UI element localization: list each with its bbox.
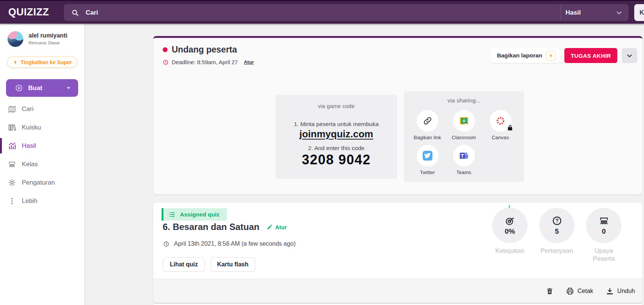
deadline-text: Deadline: 8:59am, April 27 <box>172 59 238 65</box>
quiz-buttons: Lihat quiz Kartu flash <box>163 257 255 272</box>
quiz-edit-link[interactable]: Atur <box>267 224 287 230</box>
share-teams-circle <box>453 145 475 167</box>
download-label: Unduh <box>617 288 635 294</box>
checklist-icon <box>169 211 175 218</box>
sidebar-item-lebih[interactable]: Lebih <box>0 192 84 210</box>
topbar-partial-button[interactable]: K <box>634 4 644 21</box>
stat-label: Pertanyaan <box>541 247 573 255</box>
gear-icon <box>8 179 16 187</box>
sidebar-item-hasil[interactable]: Hasil <box>0 137 84 155</box>
join-link: joinmyquiz.com <box>299 128 373 140</box>
clock-icon <box>163 241 169 247</box>
sidebar-item-pengaturan[interactable]: Pengaturan <box>0 173 84 192</box>
invite-participants-card: Undang peserta Deadline: 8:59am, April 2… <box>153 36 642 194</box>
share-report-label: Bagikan laporan <box>497 52 542 59</box>
quiz-title-row: 6. Besaran dan Satuan Atur <box>163 222 287 232</box>
trash-icon <box>546 287 553 295</box>
target-icon <box>505 216 515 226</box>
deadline-row: Deadline: 8:59am, April 27 Atur <box>163 59 254 65</box>
share-option-label: Teams <box>457 169 472 176</box>
lock-icon <box>507 125 513 131</box>
create-button[interactable]: Buat <box>6 79 78 97</box>
quiz-time-row: April 13th 2021, 8:56 AM (a few seconds … <box>163 240 296 247</box>
link-icon <box>423 116 432 125</box>
share-report-button[interactable]: Bagikan laporan <box>491 48 560 63</box>
stat-accuracy: 0% Ketepatan <box>492 208 528 263</box>
chevron-down-icon <box>66 85 71 91</box>
question-circle-icon: ? <box>552 216 562 226</box>
sidebar-item-kelas[interactable]: Kelas <box>0 155 84 173</box>
sharing-panel: via sharing... Bagikan link <box>404 91 524 182</box>
user-plan: Rencana: Dasar <box>29 41 67 45</box>
sidebar-item-label: Kuisku <box>22 124 41 131</box>
stat-value: 0 <box>602 227 606 236</box>
print-label: Cetak <box>577 288 593 294</box>
download-icon <box>606 287 614 295</box>
share-option-label: Canvas <box>492 134 509 141</box>
upgrade-button[interactable]: Tingkatkan ke Super <box>7 57 77 68</box>
create-label: Buat <box>28 84 42 92</box>
stat-label: Upaya Peserta <box>586 247 621 263</box>
download-button[interactable]: Unduh <box>606 287 635 295</box>
library-icon <box>8 123 16 132</box>
stat-attempts: 0 Upaya Peserta <box>586 208 621 263</box>
premium-chip <box>546 51 556 61</box>
share-canvas-option[interactable]: Canvas <box>482 110 519 141</box>
share-twitter-option[interactable]: Twitter <box>409 145 446 176</box>
user-meta: alel rumiyanti Rencana: Dasar <box>29 31 67 47</box>
invite-card-header: Undang peserta <box>163 45 237 55</box>
share-teams-option[interactable]: Teams <box>446 145 482 176</box>
plus-circle-icon <box>15 84 23 92</box>
sidebar-item-kuisku[interactable]: Kuisku <box>0 118 84 137</box>
topbar-partial-button-label: K <box>639 9 644 17</box>
share-link-option[interactable]: Bagikan link <box>409 110 446 141</box>
game-code-panel: via game code 1. Minta peserta untuk mem… <box>275 95 397 179</box>
share-classroom-option[interactable]: Classroom <box>446 110 482 141</box>
avatar <box>8 31 23 47</box>
teams-icon <box>459 151 469 161</box>
live-status-dot <box>163 47 168 52</box>
game-code-step1: 1. Minta peserta untuk membuka <box>275 121 397 128</box>
assigned-quiz-badge: Assigned quiz <box>162 208 227 221</box>
deadline-edit-link[interactable]: Atur <box>244 59 254 65</box>
game-code-value: 3208 9042 <box>275 152 397 168</box>
share-link-circle <box>417 110 438 132</box>
print-button[interactable]: Cetak <box>566 287 593 295</box>
quiz-card-footer: Cetak Unduh <box>153 279 642 303</box>
search-scope-value: Hasil <box>565 9 581 17</box>
search-input[interactable] <box>86 9 561 17</box>
quiz-timestamp: April 13th 2021, 8:56 AM (a few seconds … <box>174 240 296 247</box>
assigned-quiz-card: Assigned quiz 6. Besaran dan Satuan Atur… <box>153 203 642 303</box>
sidebar-item-label: Cari <box>22 105 33 113</box>
share-option-label: Classroom <box>452 134 476 141</box>
sharing-grid: Bagikan link <box>409 110 524 176</box>
more-vertical-icon <box>8 197 16 205</box>
game-code-step2: 2. And enter this code <box>275 145 397 152</box>
sidebar-item-label: Lebih <box>22 197 38 205</box>
people-icon <box>599 216 609 226</box>
end-assignment-button[interactable]: TUGAS AKHIR <box>564 48 617 63</box>
assigned-quiz-badge-label: Assigned quiz <box>180 211 219 218</box>
delete-button[interactable] <box>546 287 553 295</box>
view-quiz-button[interactable]: Lihat quiz <box>163 257 205 272</box>
chart-icon <box>8 142 16 150</box>
flashcards-button[interactable]: Kartu flash <box>210 257 255 272</box>
sidebar-item-label: Kelas <box>22 161 38 168</box>
chevron-down-icon <box>616 9 623 16</box>
sidebar-item-cari[interactable]: Cari <box>0 100 84 118</box>
stat-circle: 0 <box>586 208 621 243</box>
bolt-icon <box>13 60 18 65</box>
quiz-stats: 0% Ketepatan ? 5 Pertanyaan <box>492 208 621 263</box>
sidebar: alel rumiyanti Rencana: Dasar Tingkatkan… <box>0 24 85 305</box>
search-scope-dropdown[interactable]: Hasil <box>561 4 629 21</box>
user-profile[interactable]: alel rumiyanti Rencana: Dasar <box>8 31 67 47</box>
stat-circle: 0% <box>492 208 528 243</box>
stat-label: Ketepatan <box>495 247 525 255</box>
quiz-title: 6. Besaran dan Satuan <box>163 222 259 232</box>
sidebar-menu: Cari Kuisku Hasil <box>0 100 84 210</box>
sidebar-item-label: Hasil <box>22 142 36 150</box>
twitter-icon <box>423 151 432 161</box>
end-assignment-dropdown-button[interactable] <box>622 48 637 63</box>
sharing-heading: via sharing... <box>404 91 524 104</box>
game-code-heading: via game code <box>275 95 397 109</box>
